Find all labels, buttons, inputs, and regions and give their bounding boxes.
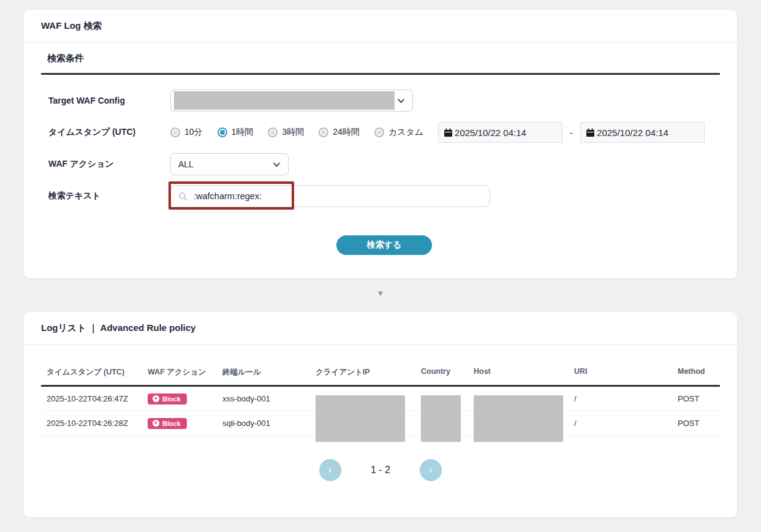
search-text-label: 検索テキスト [48,191,170,202]
redacted-block [174,91,395,110]
col-waf-action: WAF アクション [142,345,217,385]
col-rule: 終端ルール [217,345,310,385]
target-waf-config-row: Target WAF Config [48,89,720,112]
search-text-row: 検索テキスト :wafcharm:regex: [48,185,720,207]
search-form: Target WAF Config タイムスタンプ (UTC) 10分 1時間 [24,75,737,255]
search-button[interactable]: 検索する [336,235,432,255]
cell-uri: / [569,387,672,411]
radio-icon [170,127,180,137]
target-waf-config-select[interactable] [170,89,413,112]
cell-timestamp: 2025-10-22T04:26:28Z [41,411,142,435]
timestamp-row: タイムスタンプ (UTC) 10分 1時間 3時間 24時間 [48,121,720,143]
date-to-input[interactable]: 2025/10/22 04:14 [580,122,705,143]
block-badge: × Block [148,418,187,429]
waf-action-select[interactable]: ALL [170,153,289,175]
cell-timestamp: 2025-10-22T04:26:47Z [41,387,142,411]
cell-method: POST [672,411,721,435]
radio-selected-icon [218,127,227,137]
next-page-button[interactable]: › [420,459,442,481]
block-badge-label: Block [162,395,181,403]
radio-icon [319,127,328,137]
cell-rule: xss-body-001 [217,387,310,411]
x-circle-icon: × [153,420,159,427]
search-text-input[interactable]: :wafcharm:regex: [170,185,490,207]
block-badge-label: Block [162,420,181,427]
page-range-label: 1 - 2 [371,465,390,476]
col-country: Country [415,345,468,385]
target-waf-config-label: Target WAF Config [48,96,170,105]
col-host: Host [468,345,569,385]
col-client-ip: クライアントIP [310,345,415,385]
search-card-title: WAF Log 検索 [24,10,737,43]
radio-icon [374,127,384,137]
calendar-icon [586,128,595,137]
log-table: タイムスタンプ (UTC) WAF アクション 終端ルール クライアントIP C… [41,345,720,436]
timestamp-radio-group: 10分 1時間 3時間 24時間 カスタム [170,127,438,138]
log-card-title: Logリスト ｜ Advanced Rule policy [24,312,737,345]
block-badge: × Block [148,393,187,405]
log-list-card: Logリスト ｜ Advanced Rule policy タイムスタンプ (U… [23,311,738,518]
cell-method: POST [672,387,721,411]
waf-action-row: WAF アクション ALL [48,153,720,175]
chevron-down-icon [273,161,281,169]
cell-uri: / [569,411,672,435]
waf-action-label: WAF アクション [48,159,170,170]
waf-action-value: ALL [178,159,194,169]
cell-action: × Block [142,411,217,435]
cell-rule: sqli-body-001 [217,411,310,435]
cell-action: × Block [142,387,217,411]
x-circle-icon: × [153,395,159,402]
radio-icon [268,127,278,137]
date-from-value: 2025/10/22 04:14 [455,127,526,138]
chevron-down-icon [397,97,405,105]
radio-custom[interactable]: カスタム [374,127,423,138]
search-conditions-heading: 検索条件 [47,53,720,64]
search-icon [178,192,187,201]
calendar-icon [444,128,453,137]
collapse-arrow-icon[interactable]: ▼ [0,289,761,298]
radio-1hour[interactable]: 1時間 [218,127,254,138]
col-method: Method [672,345,721,385]
radio-10min[interactable]: 10分 [170,127,203,138]
date-range-separator: - [570,127,573,138]
redacted-block [474,395,563,442]
date-from-input[interactable]: 2025/10/22 04:14 [438,122,562,143]
pagination: ‹ 1 - 2 › [24,459,737,481]
log-table-header: タイムスタンプ (UTC) WAF アクション 終端ルール クライアントIP C… [41,345,720,387]
timestamp-label: タイムスタンプ (UTC) [48,127,170,138]
waf-log-search-card: WAF Log 検索 検索条件 Target WAF Config タイムスタン… [23,9,738,279]
col-timestamp: タイムスタンプ (UTC) [41,345,142,385]
col-uri: URI [569,345,672,385]
prev-page-button[interactable]: ‹ [319,459,341,481]
redacted-block [421,395,461,442]
redacted-block [316,395,405,442]
radio-3hour[interactable]: 3時間 [268,127,304,138]
date-to-value: 2025/10/22 04:14 [597,127,668,138]
radio-24hour[interactable]: 24時間 [319,127,360,138]
search-text-value: :wafcharm:regex: [194,191,262,201]
